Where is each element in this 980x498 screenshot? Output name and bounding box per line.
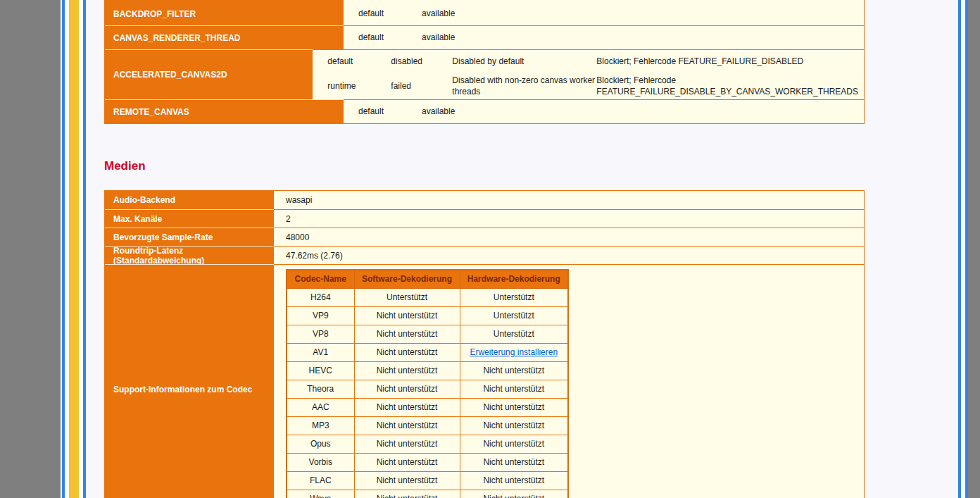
feature-name: REMOTE_CANVAS: [105, 99, 344, 123]
codec-row: WaveNicht unterstütztNicht unterstützt: [287, 490, 568, 498]
feature-row: BACKDROP_FILTER default available: [105, 2, 864, 25]
media-row-value: 47.62ms (2.76): [274, 246, 864, 264]
software-decoding-cell: Nicht unterstützt: [354, 398, 460, 416]
codec-name-cell: Theora: [287, 380, 354, 398]
feature-entry: default available: [344, 26, 864, 49]
hardware-decoding-cell: Nicht unterstützt: [460, 471, 568, 490]
feature-status: available: [422, 32, 483, 44]
codec-row: AACNicht unterstütztNicht unterstützt: [287, 398, 568, 416]
codec-name-cell: FLAC: [287, 471, 354, 490]
software-decoding-cell: Nicht unterstützt: [354, 306, 460, 325]
codec-row: HEVCNicht unterstütztNicht unterstützt: [287, 361, 568, 380]
codec-row: H264UnterstütztUnterstützt: [287, 288, 568, 306]
media-row-label: Max. Kanäle: [105, 209, 274, 228]
software-decoding-cell: Nicht unterstützt: [354, 435, 460, 453]
media-row-label: Audio-Backend: [105, 191, 274, 209]
feature-row: CANVAS_RENDERER_THREAD default available: [105, 25, 864, 49]
feature-type: default: [358, 8, 422, 20]
codec-row: AV1Nicht unterstütztErweiterung installi…: [287, 343, 568, 361]
software-decoding-header: Software-Dekodierung: [354, 270, 460, 288]
codec-name-cell: Wave: [287, 490, 354, 498]
codec-name-cell: Vorbis: [287, 453, 354, 471]
media-row-label: Support-Informationen zum Codec: [105, 264, 274, 498]
feature-entry: default available: [344, 2, 864, 25]
feature-message: Blockiert; Fehlercode FEATURE_FAILURE_DI…: [596, 56, 858, 68]
codec-row: MP3Nicht unterstütztNicht unterstützt: [287, 416, 568, 435]
feature-description: Disabled by default: [452, 56, 596, 68]
feature-name: CANVAS_RENDERER_THREAD: [105, 25, 344, 49]
software-decoding-cell: Nicht unterstützt: [354, 490, 460, 498]
feature-description: Disabled with non-zero canvas worker thr…: [452, 75, 596, 97]
media-row: Audio-Backend wasapi: [105, 191, 864, 209]
media-row: Max. Kanäle 2: [105, 209, 864, 228]
software-decoding-cell: Nicht unterstützt: [354, 416, 460, 435]
codec-name-cell: Opus: [287, 435, 354, 453]
codec-row: FLACNicht unterstütztNicht unterstützt: [287, 471, 568, 490]
codec-row: VP8Nicht unterstütztUnterstützt: [287, 325, 568, 343]
media-row-value: 48000: [274, 228, 864, 246]
left-yellow-scrollbar[interactable]: [69, 0, 79, 498]
feature-status: failed: [391, 81, 452, 92]
hardware-decoding-cell: Erweiterung installieren: [460, 343, 568, 361]
media-row-codec-support: Support-Informationen zum Codec Codec-Na…: [105, 264, 864, 498]
feature-entries: default available: [344, 99, 864, 123]
hardware-decoding-header: Hardware-Dekodierung: [460, 270, 568, 288]
feature-type: default: [327, 56, 391, 68]
left-inner-blue-border: [83, 0, 86, 498]
software-decoding-cell: Nicht unterstützt: [354, 343, 460, 361]
feature-entries: default disabled Disabled by default Blo…: [313, 49, 864, 99]
codec-support-table: Codec-Name Software-Dekodierung Hardware…: [286, 269, 569, 498]
hardware-decoding-cell: Nicht unterstützt: [460, 398, 568, 416]
software-decoding-cell: Nicht unterstützt: [354, 361, 460, 380]
feature-status: disabled: [391, 56, 452, 68]
feature-entries: default available: [344, 2, 864, 25]
codec-row: VorbisNicht unterstütztNicht unterstützt: [287, 453, 568, 471]
codec-name-cell: MP3: [287, 416, 354, 435]
software-decoding-cell: Nicht unterstützt: [354, 471, 460, 490]
right-gray-margin: [968, 0, 980, 498]
codec-name-cell: AAC: [287, 398, 354, 416]
install-extension-link[interactable]: Erweiterung installieren: [470, 347, 558, 357]
feature-entries: default available: [344, 25, 864, 49]
codec-row: OpusNicht unterstütztNicht unterstützt: [287, 435, 568, 453]
media-row-value: 2: [274, 209, 864, 228]
feature-name: ACCELERATED_CANVAS2D: [105, 49, 313, 99]
codec-row: VP9Nicht unterstütztUnterstützt: [287, 306, 568, 325]
codec-name-cell: AV1: [287, 343, 354, 361]
software-decoding-cell: Nicht unterstützt: [354, 453, 460, 471]
software-decoding-cell: Nicht unterstützt: [354, 380, 460, 398]
feature-name: BACKDROP_FILTER: [105, 2, 344, 25]
graphics-feature-status-table: BACKDROP_FILTER default available CANVAS…: [104, 0, 865, 124]
feature-entry: runtime failed Disabled with non-zero ca…: [313, 73, 864, 99]
codec-name-cell: H264: [287, 288, 354, 306]
feature-row: REMOTE_CANVAS default available: [105, 99, 864, 123]
feature-row: ACCELERATED_CANVAS2D default disabled Di…: [105, 49, 864, 99]
feature-status: available: [422, 8, 483, 20]
feature-type: default: [358, 32, 422, 44]
feature-entry: default disabled Disabled by default Blo…: [313, 50, 864, 73]
hardware-decoding-cell: Nicht unterstützt: [460, 361, 568, 380]
feature-message: Blockiert; Fehlercode FEATURE_FAILURE_DI…: [596, 75, 858, 97]
codec-name-cell: HEVC: [287, 361, 354, 380]
media-section-heading: Medien: [104, 159, 146, 173]
hardware-decoding-cell: Nicht unterstützt: [460, 453, 568, 471]
codec-name-cell: VP8: [287, 325, 354, 343]
hardware-decoding-cell: Nicht unterstützt: [460, 435, 568, 453]
media-row: Bevorzugte Sample-Rate 48000: [105, 228, 864, 246]
media-row-label: Bevorzugte Sample-Rate: [105, 228, 274, 246]
codec-name-header: Codec-Name: [287, 270, 354, 288]
codec-row: TheoraNicht unterstütztNicht unterstützt: [287, 380, 568, 398]
codec-support-cell: Codec-Name Software-Dekodierung Hardware…: [274, 264, 864, 498]
software-decoding-cell: Unterstützt: [354, 288, 460, 306]
hardware-decoding-cell: Unterstützt: [460, 325, 568, 343]
feature-type: runtime: [327, 81, 391, 92]
media-row-value: wasapi: [274, 191, 864, 209]
codec-name-cell: VP9: [287, 306, 354, 325]
software-decoding-cell: Nicht unterstützt: [354, 325, 460, 343]
left-gray-margin: [0, 0, 61, 498]
hardware-decoding-cell: Unterstützt: [460, 306, 568, 325]
feature-entry: default available: [344, 100, 864, 123]
media-row: Roundtrip-Latenz (Standardabweichung) 47…: [105, 246, 864, 264]
hardware-decoding-cell: Unterstützt: [460, 288, 568, 306]
codec-header-row: Codec-Name Software-Dekodierung Hardware…: [287, 270, 568, 288]
